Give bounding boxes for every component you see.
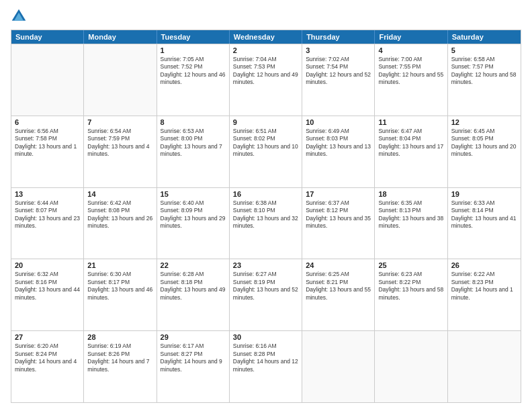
day-info: Sunset: 8:10 PM	[233, 207, 298, 214]
day-number: 12	[451, 118, 517, 126]
day-info: Sunset: 7:55 PM	[378, 63, 443, 71]
calendar-cell: 12Sunrise: 6:45 AMSunset: 8:05 PMDayligh…	[448, 116, 521, 187]
day-info: Sunset: 7:58 PM	[15, 135, 80, 142]
calendar-cell: 28Sunrise: 6:19 AMSunset: 8:26 PMDayligh…	[84, 331, 157, 402]
day-info: Sunset: 8:23 PM	[451, 279, 517, 286]
day-info: Sunset: 8:12 PM	[306, 207, 371, 214]
day-info: Sunrise: 6:20 AM	[15, 342, 80, 350]
day-number: 25	[378, 261, 443, 269]
calendar-cell: 19Sunrise: 6:33 AMSunset: 8:14 PMDayligh…	[448, 188, 521, 259]
day-info: Sunrise: 7:04 AM	[233, 56, 298, 63]
day-info: Sunset: 7:52 PM	[161, 63, 226, 71]
calendar-cell: 21Sunrise: 6:30 AMSunset: 8:17 PMDayligh…	[84, 259, 157, 330]
calendar-cell: 1Sunrise: 7:05 AMSunset: 7:52 PMDaylight…	[157, 44, 230, 116]
day-info: Sunrise: 6:17 AM	[161, 342, 226, 350]
day-number: 4	[378, 46, 443, 54]
day-info: Daylight: 13 hours and 41 minutes.	[451, 215, 517, 230]
calendar-row-1: 6Sunrise: 6:56 AMSunset: 7:58 PMDaylight…	[11, 116, 521, 187]
day-info: Daylight: 13 hours and 4 minutes.	[87, 143, 152, 158]
calendar-cell	[302, 331, 375, 402]
day-info: Sunset: 7:54 PM	[306, 63, 371, 71]
day-info: Sunset: 8:05 PM	[451, 135, 517, 142]
header-day-saturday: Saturday	[448, 30, 521, 44]
calendar-cell: 23Sunrise: 6:27 AMSunset: 8:19 PMDayligh…	[230, 259, 302, 330]
day-info: Daylight: 13 hours and 55 minutes.	[306, 286, 371, 302]
calendar-row-2: 13Sunrise: 6:44 AMSunset: 8:07 PMDayligh…	[11, 187, 521, 259]
day-number: 8	[161, 118, 226, 126]
day-info: Sunrise: 6:58 AM	[451, 56, 517, 63]
calendar-row-4: 27Sunrise: 6:20 AMSunset: 8:24 PMDayligh…	[11, 330, 521, 402]
calendar-cell: 2Sunrise: 7:04 AMSunset: 7:53 PMDaylight…	[230, 44, 302, 116]
day-number: 27	[15, 333, 80, 341]
day-info: Sunrise: 6:42 AM	[87, 199, 152, 207]
day-info: Sunrise: 6:53 AM	[161, 128, 226, 135]
day-info: Sunset: 7:53 PM	[233, 63, 298, 71]
header-day-friday: Friday	[375, 30, 447, 44]
day-number: 6	[15, 118, 80, 126]
calendar-cell: 22Sunrise: 6:28 AMSunset: 8:18 PMDayligh…	[157, 259, 230, 330]
day-info: Sunset: 8:22 PM	[378, 279, 443, 286]
day-info: Daylight: 14 hours and 1 minute.	[451, 286, 517, 302]
day-number: 10	[306, 118, 371, 126]
calendar-cell: 6Sunrise: 6:56 AMSunset: 7:58 PMDaylight…	[11, 116, 84, 187]
day-info: Sunrise: 6:54 AM	[87, 128, 152, 135]
calendar-cell	[84, 44, 157, 116]
day-number: 11	[378, 118, 443, 126]
day-number: 30	[233, 333, 298, 341]
day-number: 21	[87, 261, 152, 269]
day-number: 24	[306, 261, 371, 269]
header-day-tuesday: Tuesday	[157, 30, 230, 44]
day-info: Sunset: 8:17 PM	[87, 279, 152, 286]
day-info: Daylight: 13 hours and 20 minutes.	[451, 143, 517, 158]
calendar-cell: 25Sunrise: 6:23 AMSunset: 8:22 PMDayligh…	[375, 259, 447, 330]
calendar-cell	[375, 331, 447, 402]
day-info: Sunset: 8:08 PM	[87, 207, 152, 214]
calendar: SundayMondayTuesdayWednesdayThursdayFrid…	[11, 30, 521, 403]
day-info: Daylight: 13 hours and 35 minutes.	[306, 215, 371, 230]
calendar-cell: 30Sunrise: 6:16 AMSunset: 8:28 PMDayligh…	[230, 331, 302, 402]
day-info: Daylight: 14 hours and 12 minutes.	[233, 358, 298, 373]
calendar-cell: 9Sunrise: 6:51 AMSunset: 8:02 PMDaylight…	[230, 116, 302, 187]
day-info: Sunrise: 6:45 AM	[451, 128, 517, 135]
day-info: Sunrise: 6:25 AM	[306, 271, 371, 278]
calendar-row-0: 1Sunrise: 7:05 AMSunset: 7:52 PMDaylight…	[11, 44, 521, 116]
day-number: 17	[306, 190, 371, 198]
day-info: Daylight: 13 hours and 46 minutes.	[87, 286, 152, 302]
day-info: Sunset: 8:02 PM	[233, 135, 298, 142]
day-info: Sunset: 8:03 PM	[306, 135, 371, 142]
day-number: 7	[87, 118, 152, 126]
calendar-cell: 27Sunrise: 6:20 AMSunset: 8:24 PMDayligh…	[11, 331, 84, 402]
day-info: Sunset: 8:28 PM	[233, 351, 298, 358]
calendar-cell: 7Sunrise: 6:54 AMSunset: 7:59 PMDaylight…	[84, 116, 157, 187]
calendar-cell: 15Sunrise: 6:40 AMSunset: 8:09 PMDayligh…	[157, 188, 230, 259]
day-info: Sunset: 8:09 PM	[161, 207, 226, 214]
day-info: Sunset: 8:13 PM	[378, 207, 443, 214]
calendar-cell: 16Sunrise: 6:38 AMSunset: 8:10 PMDayligh…	[230, 188, 302, 259]
day-info: Sunset: 8:14 PM	[451, 207, 517, 214]
calendar-cell: 10Sunrise: 6:49 AMSunset: 8:03 PMDayligh…	[302, 116, 375, 187]
day-info: Sunset: 7:59 PM	[87, 135, 152, 142]
day-info: Sunset: 8:26 PM	[87, 351, 152, 358]
day-info: Sunrise: 6:33 AM	[451, 199, 517, 207]
day-number: 3	[306, 46, 371, 54]
day-number: 19	[451, 190, 517, 198]
day-info: Sunrise: 6:19 AM	[87, 342, 152, 350]
day-info: Sunset: 8:24 PM	[15, 351, 80, 358]
day-number: 28	[87, 333, 152, 341]
day-info: Daylight: 13 hours and 52 minutes.	[233, 286, 298, 302]
day-info: Sunset: 8:18 PM	[161, 279, 226, 286]
day-info: Sunrise: 6:30 AM	[87, 271, 152, 278]
day-info: Daylight: 14 hours and 4 minutes.	[15, 358, 80, 373]
day-info: Daylight: 14 hours and 9 minutes.	[161, 358, 226, 373]
day-info: Sunrise: 6:37 AM	[306, 199, 371, 207]
day-info: Sunset: 8:07 PM	[15, 207, 80, 214]
calendar-cell: 17Sunrise: 6:37 AMSunset: 8:12 PMDayligh…	[302, 188, 375, 259]
day-number: 13	[15, 190, 80, 198]
logo-icon	[11, 8, 27, 24]
calendar-cell: 13Sunrise: 6:44 AMSunset: 8:07 PMDayligh…	[11, 188, 84, 259]
day-number: 16	[233, 190, 298, 198]
day-number: 23	[233, 261, 298, 269]
calendar-cell: 29Sunrise: 6:17 AMSunset: 8:27 PMDayligh…	[157, 331, 230, 402]
logo	[11, 8, 30, 24]
day-number: 15	[161, 190, 226, 198]
